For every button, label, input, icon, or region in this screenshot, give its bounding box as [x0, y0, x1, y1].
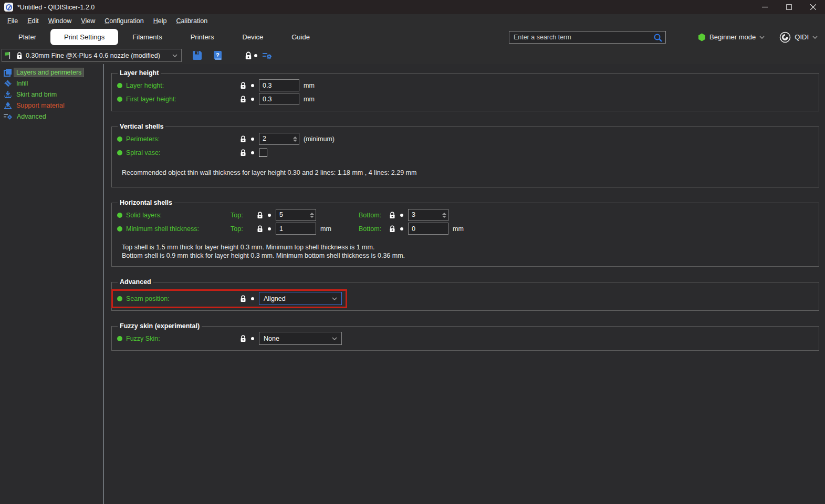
spin-down-icon [293, 140, 297, 142]
search-input[interactable] [509, 34, 665, 41]
sidebar-item-infill[interactable]: Infill [0, 78, 103, 89]
close-button[interactable] [801, 0, 825, 14]
advanced-gear-icon [4, 112, 13, 120]
spin-up-icon [442, 213, 446, 215]
sidebar-item-support-material[interactable]: Support material [0, 100, 103, 111]
modified-dot-indicator[interactable] [251, 151, 254, 154]
modified-dot-indicator[interactable] [251, 98, 254, 101]
setting-row-spiral-vase: Spiral vase: [117, 146, 813, 159]
perimeters-value: 2 [259, 133, 291, 144]
menu-edit[interactable]: Edit [23, 14, 44, 27]
maximize-icon [786, 4, 792, 10]
option-bullet [117, 83, 122, 88]
fuzzy-skin-value: None [264, 335, 332, 342]
setting-label: Minimum shell thickness: [126, 225, 199, 233]
lock-icon[interactable] [240, 295, 246, 302]
perimeters-spinner[interactable]: 2 [259, 133, 299, 145]
tab-plater[interactable]: Plater [4, 27, 50, 47]
menu-calibration[interactable]: Calibration [171, 14, 212, 27]
group-horizontal-shells: Horizontal shells Solid layers: Top: 5 [111, 199, 819, 267]
modified-dot-indicator[interactable] [400, 227, 403, 230]
lock-icon[interactable] [240, 135, 246, 143]
infill-icon [4, 79, 12, 88]
spinner-arrows[interactable] [308, 209, 316, 220]
preset-bar: 0.30mm Fine @X-Plus 4 0.6 nozzle (modifi… [0, 47, 825, 64]
sidebar-item-layers-and-perimeters[interactable]: Layers and perimeters [0, 67, 103, 78]
solid-layers-bottom-value: 3 [409, 209, 440, 220]
lock-icon[interactable] [240, 96, 246, 103]
group-title: Horizontal shells [118, 199, 174, 206]
tab-guide[interactable]: Guide [277, 27, 324, 47]
tab-print-settings[interactable]: Print Settings [50, 29, 118, 45]
lock-icon[interactable] [240, 82, 246, 89]
setting-row-first-layer-height: First layer height: mm [117, 92, 813, 106]
modified-dot-indicator[interactable] [268, 214, 271, 217]
top-label: Top: [231, 212, 257, 219]
lock-icon[interactable] [389, 225, 395, 233]
tab-filaments[interactable]: Filaments [118, 27, 176, 47]
lock-icon[interactable] [257, 225, 263, 233]
fuzzy-skin-dropdown[interactable]: None [259, 332, 342, 345]
settings-gear-button[interactable] [262, 50, 273, 61]
unit-label: mm [453, 225, 464, 233]
qidislicer-window: *Untitled - QIDISlicer-1.2.0 File Edit W… [0, 0, 825, 504]
window-title: *Untitled - QIDISlicer-1.2.0 [17, 4, 95, 11]
lock-icon[interactable] [257, 212, 263, 219]
unit-label: mm [320, 225, 331, 233]
mode-selector[interactable]: Beginner mode [698, 33, 765, 41]
min-shell-top-input[interactable] [276, 223, 316, 235]
modified-dot-indicator[interactable] [251, 297, 254, 300]
menu-window[interactable]: Window [44, 14, 76, 27]
setting-row-perimeters: Perimeters: 2 (minimum) [117, 132, 813, 145]
save-icon [192, 50, 202, 60]
tab-printers[interactable]: Printers [176, 27, 228, 47]
setting-label: Solid layers: [126, 212, 162, 219]
min-shell-bottom-input[interactable] [408, 223, 448, 235]
layer-height-input[interactable] [259, 79, 299, 91]
modified-dot-indicator[interactable] [254, 54, 257, 57]
spinner-arrows[interactable] [291, 133, 299, 144]
menu-help[interactable]: Help [149, 14, 172, 27]
chevron-down-icon [759, 36, 765, 39]
save-preset-button[interactable] [191, 50, 203, 61]
menu-file[interactable]: File [3, 14, 23, 27]
menu-view[interactable]: View [76, 14, 100, 27]
spiral-vase-checkbox[interactable] [259, 149, 267, 157]
compare-preset-button[interactable]: ? [212, 50, 224, 61]
modified-dot-indicator[interactable] [400, 214, 403, 217]
tab-device[interactable]: Device [228, 27, 277, 47]
modified-dot-indicator[interactable] [251, 337, 254, 340]
top-right-controls: Beginner mode QIDI [698, 32, 818, 43]
seam-position-dropdown[interactable]: Aligned [259, 292, 342, 305]
sidebar-item-label: Skirt and brim [16, 91, 57, 98]
modified-dot-indicator[interactable] [251, 138, 254, 141]
modified-dot-indicator[interactable] [251, 84, 254, 87]
lock-icon[interactable] [389, 212, 395, 219]
sidebar-item-skirt-and-brim[interactable]: Skirt and brim [0, 89, 103, 100]
solid-layers-bottom-spinner[interactable]: 3 [408, 209, 448, 221]
account-menu[interactable]: QIDI [779, 32, 818, 43]
first-layer-height-input[interactable] [259, 93, 299, 105]
search-icon[interactable] [653, 33, 663, 44]
preset-dropdown[interactable]: 0.30mm Fine @X-Plus 4 0.6 nozzle (modifi… [2, 49, 182, 62]
menu-configuration[interactable]: Configuration [100, 14, 148, 27]
lock-icon[interactable] [240, 149, 246, 156]
maximize-button[interactable] [777, 0, 801, 14]
setting-label: Layer height: [126, 82, 164, 89]
minimize-icon [762, 4, 768, 10]
lock-preset-button[interactable] [243, 50, 254, 61]
sidebar-item-advanced[interactable]: Advanced [0, 111, 103, 121]
account-label: QIDI [795, 33, 809, 41]
lock-icon[interactable] [240, 335, 246, 342]
modified-dot-indicator[interactable] [268, 227, 271, 230]
spinner-arrows[interactable] [440, 209, 448, 220]
setting-row-seam-position: Seam position: Aligned [117, 292, 813, 305]
lock-icon [245, 51, 252, 60]
bottom-label: Bottom: [359, 212, 389, 219]
question-book-icon: ? [213, 50, 223, 60]
beginner-mode-icon [698, 33, 706, 41]
minimize-button[interactable] [753, 0, 777, 14]
solid-layers-top-spinner[interactable]: 5 [276, 209, 316, 221]
window-controls [753, 0, 825, 14]
setting-label: Spiral vase: [126, 149, 160, 156]
